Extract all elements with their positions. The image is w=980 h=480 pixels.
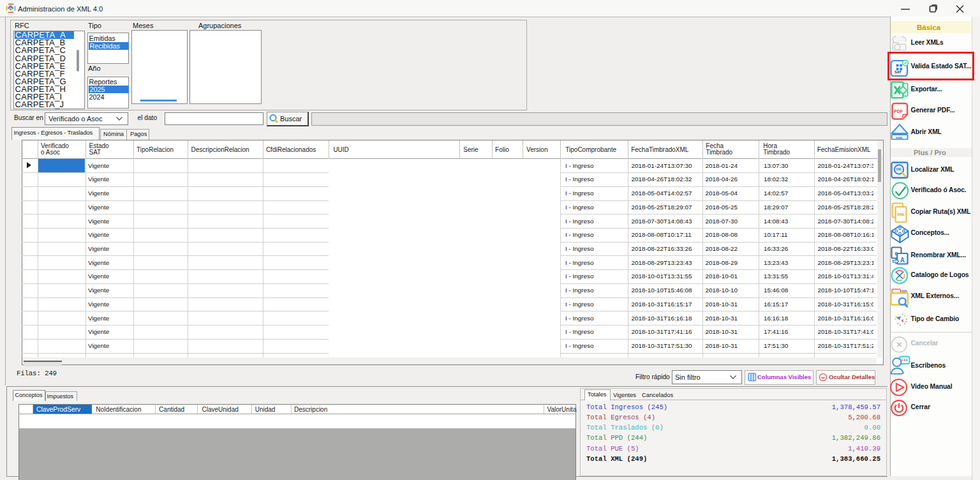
svg-text:A: A: [900, 256, 905, 263]
svg-text:XML: XML: [896, 168, 902, 171]
svg-text:PDF: PDF: [894, 109, 903, 114]
svg-text:XML: XML: [896, 135, 904, 139]
svg-text:SAT: SAT: [895, 70, 902, 74]
svg-text:XML: XML: [897, 212, 905, 216]
